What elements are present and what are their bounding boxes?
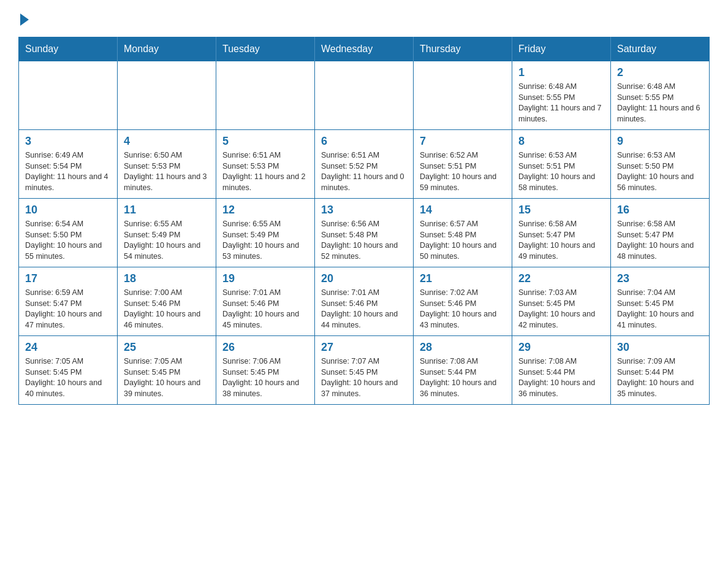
day-info: Sunrise: 6:50 AMSunset: 5:53 PMDaylight:… (124, 150, 210, 193)
day-info: Sunrise: 7:04 AMSunset: 5:45 PMDaylight:… (617, 288, 703, 331)
calendar-day-cell: 21Sunrise: 7:02 AMSunset: 5:46 PMDayligh… (414, 267, 512, 336)
calendar-day-cell (315, 61, 414, 130)
day-number: 11 (124, 204, 210, 216)
calendar-day-cell (414, 61, 512, 130)
day-number: 27 (321, 341, 407, 354)
logo (18, 12, 29, 25)
day-info: Sunrise: 6:54 AMSunset: 5:50 PMDaylight:… (25, 219, 111, 262)
day-info: Sunrise: 7:00 AMSunset: 5:46 PMDaylight:… (124, 288, 210, 331)
day-info: Sunrise: 7:05 AMSunset: 5:45 PMDaylight:… (25, 356, 111, 399)
day-info: Sunrise: 7:01 AMSunset: 5:46 PMDaylight:… (321, 288, 407, 331)
calendar-day-cell: 28Sunrise: 7:08 AMSunset: 5:44 PMDayligh… (414, 336, 512, 405)
calendar-day-cell: 24Sunrise: 7:05 AMSunset: 5:45 PMDayligh… (19, 336, 118, 405)
day-info: Sunrise: 6:59 AMSunset: 5:47 PMDaylight:… (25, 288, 111, 331)
day-info: Sunrise: 7:08 AMSunset: 5:44 PMDaylight:… (420, 356, 506, 399)
calendar-day-cell: 18Sunrise: 7:00 AMSunset: 5:46 PMDayligh… (118, 267, 216, 336)
calendar-day-cell: 4Sunrise: 6:50 AMSunset: 5:53 PMDaylight… (118, 130, 216, 199)
calendar-day-cell: 11Sunrise: 6:55 AMSunset: 5:49 PMDayligh… (118, 199, 216, 267)
calendar-week-row: 3Sunrise: 6:49 AMSunset: 5:54 PMDaylight… (19, 130, 710, 199)
day-info: Sunrise: 6:51 AMSunset: 5:52 PMDaylight:… (321, 150, 407, 193)
day-info: Sunrise: 6:53 AMSunset: 5:51 PMDaylight:… (518, 150, 604, 193)
calendar-week-row: 1Sunrise: 6:48 AMSunset: 5:55 PMDaylight… (19, 61, 710, 130)
day-number: 26 (222, 341, 308, 354)
weekday-header: Monday (118, 37, 216, 61)
day-info: Sunrise: 6:58 AMSunset: 5:47 PMDaylight:… (518, 219, 604, 262)
weekday-header: Tuesday (216, 37, 315, 61)
day-info: Sunrise: 6:52 AMSunset: 5:51 PMDaylight:… (420, 150, 506, 193)
calendar-day-cell: 5Sunrise: 6:51 AMSunset: 5:53 PMDaylight… (216, 130, 315, 199)
day-number: 1 (518, 66, 604, 79)
day-number: 12 (222, 204, 308, 216)
day-info: Sunrise: 7:03 AMSunset: 5:45 PMDaylight:… (518, 288, 604, 331)
day-info: Sunrise: 7:06 AMSunset: 5:45 PMDaylight:… (222, 356, 308, 399)
day-number: 28 (420, 341, 506, 354)
day-number: 3 (25, 135, 111, 148)
day-info: Sunrise: 6:51 AMSunset: 5:53 PMDaylight:… (222, 150, 308, 193)
day-number: 16 (617, 204, 703, 216)
calendar-day-cell: 12Sunrise: 6:55 AMSunset: 5:49 PMDayligh… (216, 199, 315, 267)
calendar-day-cell: 26Sunrise: 7:06 AMSunset: 5:45 PMDayligh… (216, 336, 315, 405)
day-number: 8 (518, 135, 604, 148)
day-number: 6 (321, 135, 407, 148)
page-header (18, 12, 710, 25)
day-number: 9 (617, 135, 703, 148)
calendar-day-cell: 14Sunrise: 6:57 AMSunset: 5:48 PMDayligh… (414, 199, 512, 267)
day-info: Sunrise: 7:01 AMSunset: 5:46 PMDaylight:… (222, 288, 308, 331)
day-number: 19 (222, 272, 308, 285)
calendar-day-cell: 2Sunrise: 6:48 AMSunset: 5:55 PMDaylight… (611, 61, 710, 130)
day-number: 5 (222, 135, 308, 148)
day-number: 15 (518, 204, 604, 216)
calendar-day-cell: 15Sunrise: 6:58 AMSunset: 5:47 PMDayligh… (512, 199, 611, 267)
day-number: 30 (617, 341, 703, 354)
day-info: Sunrise: 6:53 AMSunset: 5:50 PMDaylight:… (617, 150, 703, 193)
day-info: Sunrise: 6:48 AMSunset: 5:55 PMDaylight:… (617, 82, 703, 124)
day-info: Sunrise: 7:05 AMSunset: 5:45 PMDaylight:… (124, 356, 210, 399)
day-number: 20 (321, 272, 407, 285)
weekday-header: Saturday (611, 37, 710, 61)
weekday-header: Sunday (19, 37, 118, 61)
calendar-day-cell: 27Sunrise: 7:07 AMSunset: 5:45 PMDayligh… (315, 336, 414, 405)
calendar-day-cell: 19Sunrise: 7:01 AMSunset: 5:46 PMDayligh… (216, 267, 315, 336)
calendar-week-row: 10Sunrise: 6:54 AMSunset: 5:50 PMDayligh… (19, 199, 710, 267)
day-info: Sunrise: 7:08 AMSunset: 5:44 PMDaylight:… (518, 356, 604, 399)
calendar-day-cell: 16Sunrise: 6:58 AMSunset: 5:47 PMDayligh… (611, 199, 710, 267)
calendar-day-cell: 30Sunrise: 7:09 AMSunset: 5:44 PMDayligh… (611, 336, 710, 405)
day-info: Sunrise: 6:55 AMSunset: 5:49 PMDaylight:… (124, 219, 210, 262)
calendar-day-cell (216, 61, 315, 130)
day-number: 17 (25, 272, 111, 285)
calendar-day-cell: 8Sunrise: 6:53 AMSunset: 5:51 PMDaylight… (512, 130, 611, 199)
calendar-day-cell (118, 61, 216, 130)
day-info: Sunrise: 6:48 AMSunset: 5:55 PMDaylight:… (518, 82, 604, 124)
day-number: 13 (321, 204, 407, 216)
day-number: 21 (420, 272, 506, 285)
calendar-header-row: SundayMondayTuesdayWednesdayThursdayFrid… (19, 37, 710, 61)
day-number: 7 (420, 135, 506, 148)
calendar-day-cell: 25Sunrise: 7:05 AMSunset: 5:45 PMDayligh… (118, 336, 216, 405)
calendar-day-cell: 10Sunrise: 6:54 AMSunset: 5:50 PMDayligh… (19, 199, 118, 267)
day-info: Sunrise: 7:09 AMSunset: 5:44 PMDaylight:… (617, 356, 703, 399)
calendar-day-cell: 1Sunrise: 6:48 AMSunset: 5:55 PMDaylight… (512, 61, 611, 130)
day-number: 18 (124, 272, 210, 285)
day-info: Sunrise: 7:02 AMSunset: 5:46 PMDaylight:… (420, 288, 506, 331)
weekday-header: Wednesday (315, 37, 414, 61)
day-number: 4 (124, 135, 210, 148)
calendar-week-row: 24Sunrise: 7:05 AMSunset: 5:45 PMDayligh… (19, 336, 710, 405)
day-info: Sunrise: 6:56 AMSunset: 5:48 PMDaylight:… (321, 219, 407, 262)
calendar-day-cell: 6Sunrise: 6:51 AMSunset: 5:52 PMDaylight… (315, 130, 414, 199)
calendar-day-cell: 22Sunrise: 7:03 AMSunset: 5:45 PMDayligh… (512, 267, 611, 336)
calendar-day-cell: 3Sunrise: 6:49 AMSunset: 5:54 PMDaylight… (19, 130, 118, 199)
day-info: Sunrise: 6:57 AMSunset: 5:48 PMDaylight:… (420, 219, 506, 262)
day-number: 24 (25, 341, 111, 354)
weekday-header: Friday (512, 37, 611, 61)
calendar-day-cell: 20Sunrise: 7:01 AMSunset: 5:46 PMDayligh… (315, 267, 414, 336)
logo-arrow-icon (20, 13, 29, 26)
calendar-table: SundayMondayTuesdayWednesdayThursdayFrid… (18, 37, 710, 405)
day-number: 22 (518, 272, 604, 285)
day-number: 2 (617, 66, 703, 79)
day-number: 14 (420, 204, 506, 216)
day-number: 23 (617, 272, 703, 285)
calendar-day-cell: 23Sunrise: 7:04 AMSunset: 5:45 PMDayligh… (611, 267, 710, 336)
day-info: Sunrise: 6:55 AMSunset: 5:49 PMDaylight:… (222, 219, 308, 262)
calendar-day-cell: 17Sunrise: 6:59 AMSunset: 5:47 PMDayligh… (19, 267, 118, 336)
day-number: 10 (25, 204, 111, 216)
